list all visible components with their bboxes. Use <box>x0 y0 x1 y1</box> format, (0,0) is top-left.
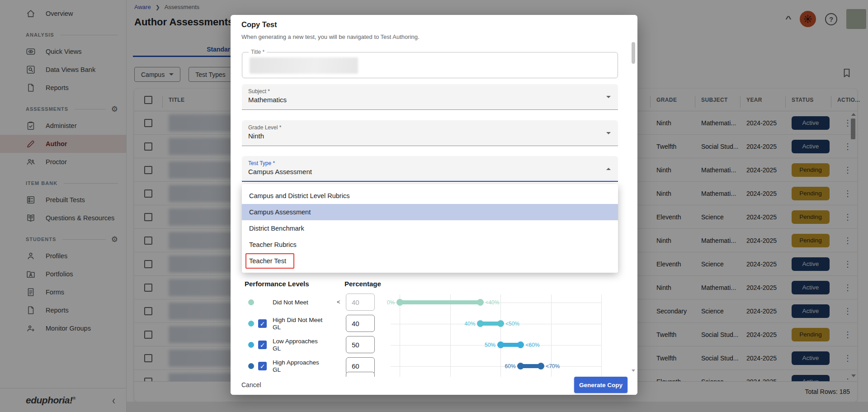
range-start-handle[interactable] <box>497 341 504 348</box>
performance-levels-section: Performance Levels Percentage 0%<40%40%<… <box>241 277 630 377</box>
dropdown-option-teacher-rubrics[interactable]: Teacher Rubrics <box>242 237 618 253</box>
level-color-dot <box>248 299 254 305</box>
range-end-label: <60% <box>526 342 540 348</box>
range-start-handle[interactable] <box>517 363 524 369</box>
dropdown-option-campus-and-district-level-rubrics[interactable]: Campus and District Level Rubrics <box>242 188 618 204</box>
range-end-label: <40% <box>485 299 499 306</box>
app-root: OverviewANALYSISQuick ViewsData Views Ba… <box>0 0 868 412</box>
level-checkbox-checked[interactable]: ✓ <box>258 319 267 328</box>
performance-levels-header: Performance Levels <box>245 280 309 288</box>
range-end-label: <70% <box>546 363 560 369</box>
test-type-value: Campus Assessment <box>248 168 312 175</box>
grade-level-label: Grade Level * <box>248 124 281 131</box>
percentage-header: Percentage <box>344 280 381 288</box>
chart-row-line <box>391 366 601 367</box>
level-color-dot <box>248 342 254 348</box>
range-start-label: 40% <box>464 321 475 327</box>
title-field-label: Title * <box>249 49 267 55</box>
chevron-up-icon <box>606 168 611 170</box>
level-label: High Did Not Meet GL <box>273 317 327 331</box>
chart-row-line <box>391 345 601 346</box>
subject-label: Subject * <box>248 88 270 95</box>
cancel-button[interactable]: Cancel <box>241 381 261 388</box>
title-field-redacted-value <box>250 57 358 74</box>
test-type-select[interactable]: Test Type * Campus Assessment <box>242 156 618 182</box>
chevron-down-icon <box>606 96 611 98</box>
level-color-dot <box>248 363 254 369</box>
dropdown-option-campus-assessment[interactable]: Campus Assessment <box>242 204 618 220</box>
level-label: Low Approaches GL <box>273 338 327 352</box>
subject-select[interactable]: Subject * Mathematics <box>242 84 618 110</box>
modal-scrollbar-thumb[interactable] <box>632 42 635 64</box>
range-end-handle[interactable] <box>517 341 524 348</box>
test-type-label: Test Type * <box>248 160 275 166</box>
range-segment[interactable] <box>400 300 480 304</box>
test-type-dropdown-menu: Campus and District Level RubricsCampus … <box>242 184 618 273</box>
range-end-handle[interactable] <box>497 320 504 327</box>
modal-subtitle: When generating a new test, you will be … <box>241 33 420 40</box>
title-field[interactable]: Title * <box>242 52 618 78</box>
level-label: Did Not Meet <box>273 299 327 306</box>
performance-level-row-did-not-meet: Did Not Meet< <box>241 292 391 313</box>
dropdown-option-district-benchmark[interactable]: District Benchmark <box>242 220 618 237</box>
generate-copy-button[interactable]: Generate Copy <box>574 377 627 393</box>
modal-title: Copy Test <box>241 20 277 29</box>
grade-level-value: Ninth <box>248 132 264 140</box>
dropdown-option-label: Teacher Test <box>249 257 286 265</box>
subject-value: Mathematics <box>248 96 287 104</box>
clipped-percentage-input[interactable] <box>346 372 375 377</box>
performance-chart: 0%<40%40%<50%50%<60%60%<70% <box>400 292 601 377</box>
chart-gridline <box>450 294 451 377</box>
dropdown-option-label: District Benchmark <box>249 225 304 232</box>
range-end-label: <50% <box>505 321 519 327</box>
modal-body: Copy Test When generating a new test, yo… <box>231 15 637 377</box>
range-end-handle[interactable] <box>477 299 484 306</box>
percentage-input[interactable] <box>346 336 375 353</box>
performance-level-row-low-approaches-gl: ✓Low Approaches GL <box>241 334 391 355</box>
level-label: High Approaches GL <box>273 359 327 374</box>
modal-scroll-down-arrow-icon[interactable] <box>632 369 635 372</box>
percentage-input[interactable] <box>346 294 375 311</box>
chart-gridline <box>500 294 501 377</box>
chart-gridline <box>400 294 400 377</box>
dropdown-option-label: Campus Assessment <box>249 208 311 216</box>
performance-level-row-high-did-not-meet-gl: ✓High Did Not Meet GL <box>241 313 391 334</box>
dropdown-option-label: Teacher Rubrics <box>249 241 297 248</box>
dropdown-option-label: Campus and District Level Rubrics <box>249 192 349 199</box>
less-than-symbol: < <box>337 298 340 305</box>
modal-footer: Cancel Generate Copy <box>231 377 637 395</box>
range-start-label: 60% <box>505 363 516 369</box>
level-color-dot <box>248 321 254 327</box>
range-start-label: 50% <box>485 342 495 348</box>
dropdown-option-teacher-test[interactable]: Teacher Test <box>242 253 618 269</box>
chart-gridline <box>601 294 602 377</box>
grade-level-select[interactable]: Grade Level * Ninth <box>242 120 618 146</box>
level-checkbox-checked[interactable]: ✓ <box>258 341 267 349</box>
percentage-input[interactable] <box>346 315 375 332</box>
range-end-handle[interactable] <box>538 363 544 369</box>
chevron-down-icon <box>606 132 611 134</box>
modal-scrollbar[interactable] <box>632 41 635 374</box>
level-checkbox-checked[interactable]: ✓ <box>258 362 267 370</box>
copy-test-modal: Copy Test When generating a new test, yo… <box>231 15 637 395</box>
range-start-handle[interactable] <box>477 320 484 327</box>
range-start-handle[interactable] <box>396 299 403 306</box>
